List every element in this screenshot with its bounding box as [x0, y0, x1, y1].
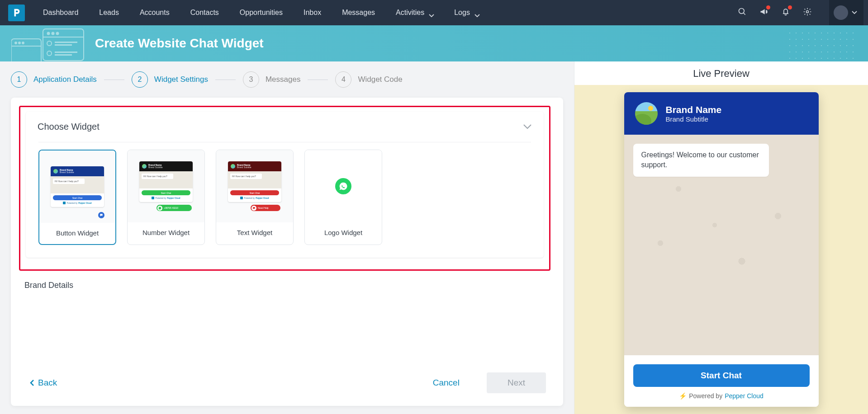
widget-name: Button Widget [39, 223, 115, 244]
step-3[interactable]: 3 Messages [243, 71, 300, 88]
svg-point-1 [806, 11, 809, 13]
app-logo[interactable] [8, 5, 25, 21]
widget-thumb: Brand NameBrand Subtitle Hi! How can I h… [216, 150, 293, 222]
cancel-button[interactable]: Cancel [433, 378, 460, 388]
section-title: Choose Widget [38, 122, 100, 132]
page-banner: Create Website Chat Widget [0, 25, 868, 61]
notification-badge [788, 5, 792, 9]
user-avatar [834, 5, 848, 20]
nav-opportunities[interactable]: Opportunities [240, 9, 283, 17]
start-chat-button[interactable]: Start Chat [633, 364, 810, 387]
top-nav: Dashboard Leads Accounts Contacts Opport… [0, 0, 868, 25]
gear-icon[interactable] [803, 7, 812, 18]
svg-point-14 [15, 42, 17, 44]
chevron-down-icon [852, 11, 857, 14]
svg-point-16 [22, 42, 24, 44]
svg-rect-11 [55, 52, 77, 53]
svg-point-3 [47, 33, 50, 35]
choose-widget-section: Choose Widget [26, 112, 544, 258]
widget-thumb: Brand NameBrand Subtitle Hi! How can I h… [128, 150, 204, 222]
main-card: Choose Widget [11, 98, 563, 406]
brand-name: Brand Name [666, 104, 722, 115]
svg-point-10 [47, 51, 52, 56]
nav-leads[interactable]: Leads [99, 9, 119, 17]
widget-grid: Brand NameBrand Subtitle Hi! How can I h… [26, 142, 544, 258]
widget-thumb: Brand NameBrand Subtitle Hi! How can I h… [39, 151, 115, 223]
section-header[interactable]: Choose Widget [26, 112, 544, 142]
step-connector [215, 80, 236, 80]
chat-icon [251, 206, 256, 211]
card-footer: Back Cancel Next [19, 362, 555, 396]
scroll-area[interactable]: Choose Widget [19, 106, 555, 362]
chat-header: Brand Name Brand Subtitle [624, 92, 819, 135]
step-label: Widget Code [358, 75, 402, 84]
preview-panel: Live Preview Brand Name Brand Subtitle G… [574, 61, 868, 414]
step-number: 2 [132, 71, 148, 88]
bolt-icon: ⚡ [679, 392, 687, 400]
nav-dashboard[interactable]: Dashboard [43, 9, 78, 17]
user-menu[interactable] [829, 0, 863, 25]
powered-link[interactable]: Pepper Cloud [725, 392, 764, 400]
svg-point-7 [47, 41, 52, 46]
notification-badge [766, 5, 770, 9]
chat-bubble-icon [98, 212, 104, 218]
nav-logs-label: Logs [454, 9, 470, 17]
page-title: Create Website Chat Widget [95, 36, 264, 51]
step-2[interactable]: 2 Widget Settings [132, 71, 208, 88]
widget-option-text[interactable]: Brand NameBrand Subtitle Hi! How can I h… [216, 150, 294, 245]
whatsapp-icon [335, 178, 351, 194]
svg-rect-8 [55, 42, 77, 43]
nav-logs[interactable]: Logs [454, 9, 479, 17]
nav-messages[interactable]: Messages [342, 9, 375, 17]
nav-accounts[interactable]: Accounts [140, 9, 170, 17]
chevron-down-icon [474, 11, 479, 14]
nav-activities-label: Activities [396, 9, 424, 17]
svg-point-4 [52, 33, 54, 35]
chat-window: Brand Name Brand Subtitle Greetings! Wel… [624, 92, 819, 407]
step-label: Application Details [33, 75, 97, 84]
nav-activities[interactable]: Activities [396, 9, 433, 17]
step-connector [104, 80, 124, 80]
brand-avatar [635, 102, 658, 125]
powered-by: ⚡ Powered by Pepper Cloud [633, 392, 810, 400]
search-icon[interactable] [738, 7, 747, 18]
announce-icon[interactable] [759, 7, 768, 18]
svg-point-0 [739, 9, 745, 14]
widget-option-number[interactable]: Brand NameBrand Subtitle Hi! How can I h… [127, 150, 205, 245]
greeting-bubble: Greetings! Welcome to our customer suppo… [633, 144, 769, 177]
chat-footer: Start Chat ⚡ Powered by Pepper Cloud [624, 355, 819, 407]
svg-point-15 [19, 42, 20, 44]
widget-option-button[interactable]: Brand NameBrand Subtitle Hi! How can I h… [38, 150, 116, 245]
preview-title: Live Preview [574, 61, 868, 85]
stepper: 1 Application Details 2 Widget Settings … [0, 61, 574, 98]
svg-rect-12 [55, 54, 72, 56]
chevron-down-icon [523, 123, 532, 131]
step-number: 3 [243, 71, 259, 88]
widget-thumb [305, 150, 382, 222]
whatsapp-icon [157, 206, 162, 211]
svg-rect-9 [55, 44, 72, 46]
next-button[interactable]: Next [487, 372, 546, 393]
step-1[interactable]: 1 Application Details [11, 71, 97, 88]
bell-icon[interactable] [781, 7, 790, 18]
widget-name: Text Widget [216, 222, 293, 244]
widget-option-logo[interactable]: Logo Widget [304, 150, 382, 245]
widget-name: Number Widget [128, 222, 204, 244]
chevron-left-icon [30, 379, 34, 386]
nav-contacts[interactable]: Contacts [190, 9, 219, 17]
banner-decoration [11, 28, 88, 61]
back-button[interactable]: Back [30, 378, 57, 388]
powered-text: Powered by [689, 392, 722, 400]
next-section-title: Brand Details [19, 271, 550, 290]
back-label: Back [38, 378, 57, 388]
main-panel: 1 Application Details 2 Widget Settings … [0, 61, 574, 414]
widget-name: Logo Widget [305, 222, 382, 244]
step-label: Widget Settings [154, 75, 208, 84]
step-number: 4 [335, 71, 351, 88]
nav-inbox[interactable]: Inbox [304, 9, 321, 17]
step-4[interactable]: 4 Widget Code [335, 71, 402, 88]
banner-dots [787, 30, 859, 61]
step-connector [308, 80, 328, 80]
step-number: 1 [11, 71, 27, 88]
nav-items: Dashboard Leads Accounts Contacts Opport… [43, 9, 738, 17]
